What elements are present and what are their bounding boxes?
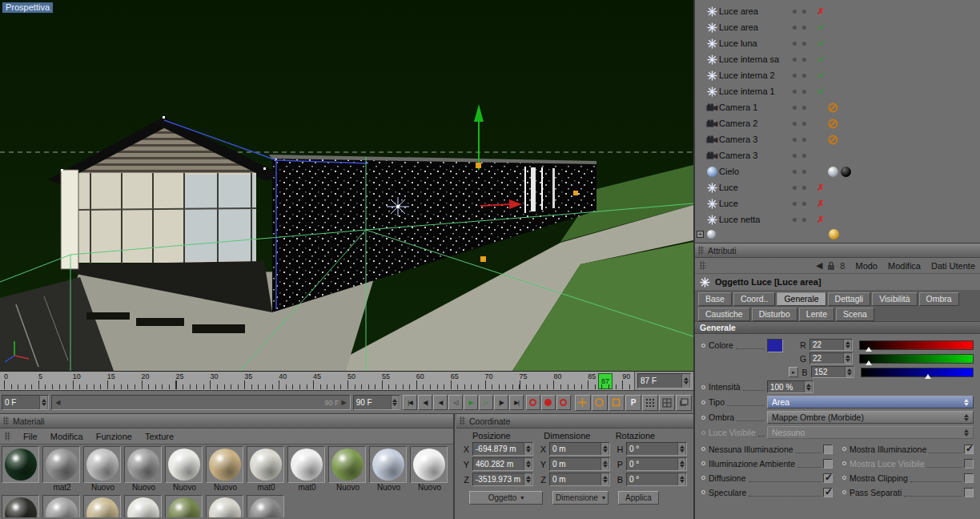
material-item[interactable]: Nuovo <box>369 446 408 493</box>
keyframe-dot-icon[interactable] <box>701 476 705 480</box>
gizmo-handle[interactable] <box>573 191 578 195</box>
attribute-tab[interactable]: Disturbo <box>752 308 797 321</box>
color-expand-button[interactable]: ▸ <box>789 367 798 377</box>
coordinate-value-field[interactable]: -694.879 m <box>472 442 533 456</box>
visibility-dots[interactable] <box>793 90 813 94</box>
start-frame-field[interactable]: 0 F <box>2 395 49 410</box>
material-thumbnail[interactable] <box>206 495 243 517</box>
option-checkbox[interactable] <box>964 445 974 454</box>
attribute-tab[interactable]: Lente <box>799 308 834 321</box>
object-label[interactable]: Luce <box>719 183 793 192</box>
gradient-marker-icon[interactable] <box>925 374 931 379</box>
object-row[interactable]: Camera 1 <box>695 99 980 115</box>
coordinate-spinner[interactable] <box>524 458 532 470</box>
coordinate-spinner[interactable] <box>600 443 608 455</box>
panel-grip-icon[interactable] <box>700 261 705 270</box>
transport-nav-button[interactable]: ◀ <box>433 395 448 410</box>
section-header[interactable]: Generale <box>695 321 980 334</box>
material-thumbnail[interactable] <box>83 495 121 517</box>
visibility-dots[interactable] <box>793 58 813 62</box>
transport-nav-button[interactable]: ▶ <box>464 395 478 410</box>
gradient-track[interactable] <box>861 368 974 377</box>
layer-browser-button[interactable] <box>676 395 692 411</box>
keyframe-dot-icon[interactable] <box>701 344 705 348</box>
materials-header[interactable]: Materiali <box>0 414 453 428</box>
viewport[interactable]: Prospettiva <box>0 0 693 371</box>
object-row[interactable]: Luce area ✓ <box>695 19 980 35</box>
coordinate-action-button[interactable]: Oggetto ▾ <box>469 491 543 505</box>
object-label[interactable]: Camera 3 <box>719 151 793 160</box>
panel-grip-icon[interactable] <box>460 416 465 425</box>
material-name[interactable]: mat2 <box>42 483 82 493</box>
option-checkbox[interactable] <box>823 459 833 469</box>
materials-menu-item[interactable]: File <box>23 432 38 441</box>
channel-gradient-slider[interactable] <box>859 340 974 350</box>
channel-spinner[interactable] <box>843 353 851 364</box>
object-label[interactable]: Luce area <box>719 6 793 16</box>
object-label[interactable]: Luce area <box>719 22 793 32</box>
coordinate-value-field[interactable]: 0 m <box>549 442 610 456</box>
object-row[interactable]: Luce ✗ <box>695 179 980 195</box>
coordinate-system-button[interactable]: P <box>625 395 641 411</box>
material-item[interactable]: mat0 <box>247 446 286 493</box>
material-thumbnail[interactable] <box>124 495 162 517</box>
material-item[interactable] <box>247 495 286 517</box>
viewport-canvas[interactable] <box>0 0 693 371</box>
object-label[interactable]: Luce <box>719 199 793 208</box>
materials-menu-item[interactable]: Funzione <box>96 432 132 441</box>
gradient-track[interactable] <box>859 354 974 364</box>
autokeying-button[interactable] <box>541 395 556 410</box>
coordinate-spinner[interactable] <box>600 458 608 470</box>
visibility-dots[interactable] <box>793 122 813 126</box>
history-back-icon[interactable]: ◀ <box>816 260 822 271</box>
material-name[interactable]: Nuovo <box>83 483 122 493</box>
no-entry-tag[interactable] <box>828 103 863 113</box>
attribute-tab[interactable]: Visibilità <box>872 292 917 306</box>
object-label[interactable]: Luce netta <box>719 215 793 224</box>
channel-value-field[interactable]: 22 <box>809 352 853 364</box>
material-item[interactable] <box>2 495 41 517</box>
material-item[interactable]: Nuovo <box>206 446 245 493</box>
type-dropdown[interactable]: Area <box>767 396 974 408</box>
channel-value-field[interactable]: 22 <box>809 339 853 351</box>
visibility-dots[interactable] <box>793 74 813 78</box>
texture-tags[interactable] <box>828 167 863 177</box>
material-item[interactable] <box>206 495 245 517</box>
option-checkbox[interactable] <box>964 459 974 469</box>
attribute-tab[interactable]: Ombra <box>919 292 959 306</box>
material-name[interactable]: Nuovo <box>206 483 245 493</box>
keyframe-dot-icon[interactable] <box>842 447 846 451</box>
lock-icon[interactable] <box>827 261 835 271</box>
object-row[interactable]: Camera 3 <box>695 131 980 147</box>
timeline-ruler[interactable]: 87 051015202530354045505560657075808590 … <box>0 371 693 391</box>
material-thumbnail[interactable] <box>247 446 284 483</box>
gizmo-handle[interactable] <box>476 163 481 168</box>
texture-tag-icon[interactable] <box>828 167 838 177</box>
keyframe-dot-icon[interactable] <box>701 447 705 451</box>
keyframe-dot-icon[interactable] <box>701 416 705 420</box>
coordinate-spinner[interactable] <box>677 458 685 470</box>
material-thumbnail[interactable] <box>2 495 39 517</box>
material-name[interactable]: mat0 <box>287 483 327 493</box>
attribute-tab[interactable]: Scena <box>836 308 874 321</box>
attributes-menu-item[interactable]: Modo <box>855 261 878 271</box>
transport-nav-button[interactable]: |◀ <box>403 395 417 410</box>
object-row[interactable]: Luce interna 1 ✓ <box>695 83 980 99</box>
visibility-dots[interactable] <box>793 186 813 190</box>
object-row[interactable]: Luce interna sa ✓ <box>695 51 980 67</box>
attribute-tab[interactable]: Caustiche <box>698 308 750 321</box>
material-name[interactable]: Nuovo <box>124 483 163 493</box>
scale-tool-button[interactable] <box>592 395 608 411</box>
coordinate-spinner[interactable] <box>524 443 532 455</box>
material-name[interactable]: Nuovo <box>369 483 408 493</box>
coordinate-value-field[interactable]: -3519.973 m <box>472 473 533 486</box>
attribute-tab[interactable]: Dettagli <box>828 292 871 306</box>
material-thumbnail[interactable] <box>410 446 448 483</box>
transport-nav-button[interactable]: ▷ <box>479 395 493 410</box>
material-thumbnail[interactable] <box>165 446 203 483</box>
material-thumbnail[interactable] <box>328 446 366 483</box>
coordinate-value-field[interactable]: 0 ° <box>626 473 687 486</box>
enabled-check-icon[interactable]: ✓ <box>813 22 828 33</box>
material-item[interactable] <box>124 495 163 517</box>
object-row[interactable]: Camera 3 <box>695 147 980 163</box>
